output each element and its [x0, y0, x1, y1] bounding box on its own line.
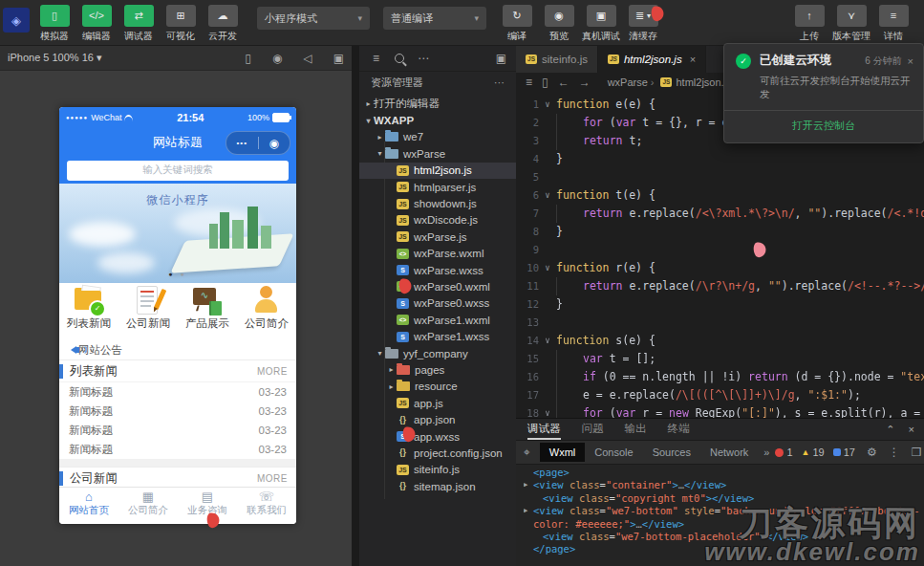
inspect-element-icon[interactable]: ⌖: [524, 446, 530, 459]
toolbar-button-visualization[interactable]: ⊞可视化: [161, 5, 200, 43]
more-menu-button[interactable]: •••: [226, 139, 258, 147]
devtools-tab-network[interactable]: Network: [700, 443, 758, 462]
fold-arrow-icon[interactable]: ∨: [539, 404, 556, 418]
collapse-icon[interactable]: ⌃: [886, 424, 894, 436]
forward-arrow-icon[interactable]: →: [579, 76, 591, 89]
device-selector[interactable]: iPhone 5 100% 16 ▾: [8, 52, 102, 64]
fold-arrow-icon[interactable]: ∨: [539, 186, 556, 205]
ellipsis-icon[interactable]: ⋯: [418, 52, 429, 65]
menu-icon[interactable]: ≡: [373, 52, 379, 65]
debugger-tab-终端[interactable]: 终端: [668, 420, 690, 440]
tree-item[interactable]: JSwxDiscode.js: [359, 212, 516, 229]
bookmark-icon[interactable]: ▯: [542, 76, 548, 89]
compile-dropdown[interactable]: 普通编译 ▾: [383, 7, 486, 30]
grid-item-company-profile[interactable]: 公司简介: [237, 283, 296, 340]
more-tabs-icon[interactable]: »: [763, 446, 769, 458]
record-icon[interactable]: ◉: [272, 52, 282, 65]
rotate-device-icon[interactable]: ▯: [245, 52, 251, 65]
more-link[interactable]: MORE: [257, 366, 288, 377]
toolbar-button-simulator[interactable]: ▯模拟器: [35, 5, 74, 43]
tree-item[interactable]: ▸resource: [359, 379, 516, 395]
expand-arrow-icon[interactable]: ▶: [524, 505, 533, 531]
fold-arrow-icon[interactable]: ∨: [539, 259, 556, 277]
tree-item[interactable]: <>wxParse1.wxml: [359, 312, 516, 328]
expand-arrow-icon[interactable]: ▶: [524, 479, 533, 491]
wxml-node[interactable]: ▶<view class="container">…</view>: [524, 479, 920, 491]
devtools-tab-wxml[interactable]: Wxml: [540, 443, 586, 462]
news-row[interactable]: 新闻标题03-23: [59, 421, 296, 440]
debugger-tab-调试器[interactable]: 调试器: [527, 420, 561, 440]
send-icon[interactable]: ◁: [303, 52, 312, 65]
tree-item[interactable]: ▸打开的编辑器: [359, 96, 516, 112]
tree-item[interactable]: JShtml2json.js: [359, 163, 516, 179]
tree-item[interactable]: ▾WXAPP: [359, 112, 516, 128]
tabbar-item-phone[interactable]: ☏联系我们: [237, 488, 296, 524]
toolbar-button-device-debug[interactable]: ▣真机调试: [582, 5, 620, 43]
editor-tab[interactable]: JShtml2json.js×: [598, 46, 706, 73]
search-input[interactable]: 输入关键词搜索: [67, 161, 289, 181]
fold-arrow-icon[interactable]: ∨: [539, 332, 556, 350]
news-row[interactable]: 新闻标题03-23: [59, 440, 296, 459]
announcement-row[interactable]: 网站公告: [59, 340, 296, 359]
split-editor-icon[interactable]: ▣: [496, 52, 506, 65]
tree-item[interactable]: Sapp.wxss: [359, 428, 516, 445]
tree-item[interactable]: SwxParse.wxss: [359, 262, 516, 278]
wxml-node[interactable]: <page>: [524, 467, 920, 479]
more-link[interactable]: MORE: [257, 473, 288, 484]
tree-item[interactable]: <>wxParse.wxml: [359, 246, 516, 262]
tree-item[interactable]: {}project.config.json: [359, 445, 516, 461]
multi-window-icon[interactable]: ▣: [333, 52, 344, 65]
search-icon[interactable]: [395, 54, 404, 63]
error-icon[interactable]: [775, 448, 784, 457]
tree-item[interactable]: JSwxParse.js: [359, 229, 516, 245]
tree-item[interactable]: JSshowdown.js: [359, 195, 516, 211]
toolbar-button-cloud-dev[interactable]: ☁云开发: [204, 5, 242, 43]
tree-item[interactable]: {}sitemap.json: [359, 478, 516, 494]
close-icon[interactable]: ×: [909, 424, 914, 435]
tree-item[interactable]: <>wxParse0.wxml: [359, 278, 516, 294]
tree-item[interactable]: SwxParse0.wxss: [359, 295, 516, 312]
tabbar-item-home[interactable]: ⌂网站首页: [59, 488, 118, 524]
devtools-tab-sources[interactable]: Sources: [643, 443, 700, 462]
close-tab-icon[interactable]: ×: [690, 54, 696, 65]
mode-dropdown[interactable]: 小程序模式 ▾: [257, 7, 370, 30]
tree-item[interactable]: ▸pages: [359, 361, 516, 378]
toolbar-button-editor[interactable]: </>编辑器: [77, 5, 116, 43]
info-icon[interactable]: [833, 448, 841, 456]
tree-item[interactable]: ▸we7: [359, 129, 516, 145]
grid-item-products[interactable]: ∿ 产品展示: [178, 283, 237, 340]
code-area[interactable]: 1∨function e(e) {2for (var t = {}, r = e…: [516, 96, 924, 418]
toast-close-icon[interactable]: ×: [908, 55, 913, 67]
news-row[interactable]: 新闻标题03-23: [59, 382, 296, 402]
grid-item-company-news[interactable]: 公司新闻: [118, 283, 178, 340]
tree-item[interactable]: {}app.json: [359, 411, 516, 427]
gear-icon[interactable]: ⚙: [867, 446, 877, 459]
dock-icon[interactable]: ❒: [912, 446, 922, 459]
close-miniprogram-button[interactable]: ◉: [259, 137, 290, 150]
tree-item[interactable]: JSsiteinfo.js: [359, 462, 516, 478]
open-cloud-console-button[interactable]: 打开云控制台: [724, 111, 923, 137]
menu-icon[interactable]: ≡: [526, 76, 532, 89]
tree-item[interactable]: ▾yyf_company: [359, 345, 516, 361]
debugger-tab-输出[interactable]: 输出: [625, 420, 647, 440]
toolbar-button-version-control[interactable]: ⋎版本管理: [832, 5, 870, 43]
app-logo-icon[interactable]: ◈: [3, 8, 30, 33]
kebab-menu-icon[interactable]: ⋮: [889, 446, 900, 459]
devtools-tab-console[interactable]: Console: [585, 443, 642, 462]
debugger-tab-问题[interactable]: 问题: [582, 420, 604, 440]
toolbar-button-preview[interactable]: ◉预览: [540, 5, 578, 43]
grid-item-news-list[interactable]: ✓ 列表新闻: [59, 283, 118, 340]
fold-arrow-icon[interactable]: ∨: [539, 96, 556, 114]
news-row[interactable]: 新闻标题03-23: [59, 402, 296, 421]
back-arrow-icon[interactable]: ←: [558, 76, 569, 89]
explorer-more-icon[interactable]: ⋯: [494, 76, 505, 89]
toolbar-button-details[interactable]: ≡详情: [874, 5, 913, 43]
toolbar-button-debugger[interactable]: ⇄调试器: [119, 5, 158, 43]
toolbar-button-upload[interactable]: ↑上传: [790, 5, 828, 43]
toolbar-button-compile[interactable]: ↻编译: [498, 5, 536, 43]
tree-item[interactable]: ▾wxParse: [359, 145, 516, 162]
editor-tab[interactable]: JSsiteinfo.js: [516, 46, 598, 73]
tabbar-item-building[interactable]: ▦公司简介: [118, 488, 178, 524]
tree-item[interactable]: SwxParse1.wxss: [359, 328, 516, 344]
tree-item[interactable]: JSapp.js: [359, 395, 516, 411]
